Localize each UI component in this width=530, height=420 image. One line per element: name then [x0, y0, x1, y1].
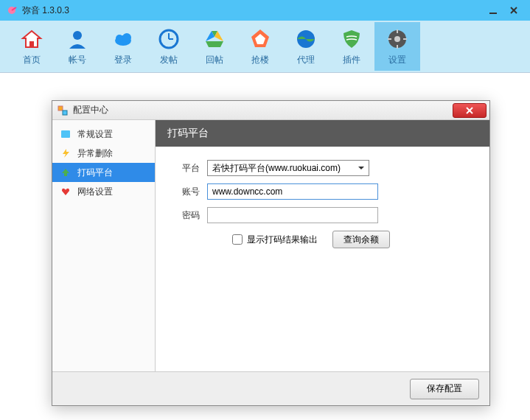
toolbar-label: 抢楼: [251, 54, 269, 66]
sidebar-item-label: 打码平台: [77, 167, 113, 179]
svg-marker-32: [63, 149, 69, 158]
minimize-button[interactable]: [483, 2, 503, 18]
toolbar-label: 代理: [297, 54, 315, 66]
toolbar-home[interactable]: 首页: [9, 22, 55, 71]
svg-marker-33: [62, 169, 69, 176]
account-label: 账号: [173, 186, 200, 198]
gear-icon: [386, 27, 409, 51]
dialog-title: 配置中心: [73, 104, 453, 116]
show-output-label: 显示打码结果输出: [247, 234, 318, 246]
dialog-icon: [57, 105, 69, 116]
password-label: 密码: [173, 209, 200, 222]
sidebar-item-general[interactable]: 常规设置: [52, 125, 155, 144]
svg-rect-5: [29, 41, 34, 47]
sidebar-item-network[interactable]: 网络设置: [52, 182, 155, 201]
sidebar-item-label: 常规设置: [77, 128, 113, 141]
svg-rect-28: [63, 111, 67, 115]
toolbar-label: 回帖: [206, 54, 223, 66]
drive-icon: [203, 27, 226, 51]
dialog-sidebar: 常规设置 异常删除 打码平台 网络设置: [52, 120, 156, 371]
sidebar-item-label: 异常删除: [77, 147, 113, 160]
toolbar-label: 首页: [23, 54, 41, 66]
close-button[interactable]: [503, 2, 524, 18]
password-input[interactable]: [207, 207, 378, 223]
svg-point-22: [394, 36, 400, 42]
svg-marker-17: [206, 41, 223, 47]
cloud-icon: [111, 27, 135, 51]
svg-point-9: [122, 33, 131, 42]
settings-icon: [60, 128, 72, 140]
dialog-close-button[interactable]: [453, 103, 487, 118]
config-dialog: 配置中心 常规设置 异常删除 打码平台 网络设置 打码平台: [52, 100, 490, 406]
app-titlebar: 弥音 1.3.0.3: [0, 0, 530, 21]
platform-label: 平台: [173, 162, 200, 175]
toolbar-label: 帐号: [69, 54, 86, 66]
svg-rect-31: [61, 130, 70, 138]
platform-select[interactable]: 若快打码平台(www.ruokuai.com): [207, 160, 369, 176]
toolbar-label: 登录: [114, 54, 132, 66]
shield-icon: [340, 27, 363, 51]
dialog-footer: 保存配置: [52, 371, 489, 405]
svg-point-8: [116, 35, 123, 42]
sidebar-item-label: 网络设置: [77, 186, 113, 198]
save-config-button[interactable]: 保存配置: [410, 379, 479, 399]
query-balance-button[interactable]: 查询余额: [332, 231, 390, 248]
toolbar-account[interactable]: 帐号: [55, 22, 100, 71]
toolbar-plugin[interactable]: 插件: [329, 22, 374, 71]
arrow-up-icon: [60, 167, 72, 178]
user-icon: [66, 27, 89, 51]
dialog-panel: 打码平台 平台 若快打码平台(www.ruokuai.com) 账号 密码: [156, 120, 489, 371]
svg-rect-27: [58, 106, 63, 111]
toolbar-grab[interactable]: 抢楼: [237, 22, 283, 71]
toolbar-reply[interactable]: 回帖: [192, 22, 237, 71]
heart-icon: [60, 186, 72, 197]
toolbar-label: 发帖: [160, 54, 178, 66]
lightning-icon: [60, 147, 72, 159]
toolbar-post[interactable]: 发帖: [146, 22, 192, 71]
toolbar-proxy[interactable]: 代理: [283, 22, 329, 71]
main-toolbar: 首页 帐号 登录 发帖 回帖 抢楼 代理: [0, 21, 530, 72]
svg-point-6: [73, 31, 82, 40]
grab-icon: [248, 27, 272, 51]
toolbar-label: 插件: [343, 54, 360, 66]
clock-icon: [157, 27, 181, 51]
dialog-titlebar: 配置中心: [52, 101, 489, 120]
panel-title: 打码平台: [156, 120, 489, 147]
platform-value: 若快打码平台(www.ruokuai.com): [212, 162, 341, 175]
app-title: 弥音 1.3.0.3: [22, 4, 483, 17]
toolbar-login[interactable]: 登录: [100, 22, 146, 71]
sidebar-item-captcha[interactable]: 打码平台: [52, 163, 155, 182]
sidebar-item-exception[interactable]: 异常删除: [52, 144, 155, 163]
app-logo-icon: [6, 4, 18, 16]
globe-icon: [294, 27, 318, 51]
show-output-checkbox[interactable]: [232, 234, 243, 245]
home-icon: [20, 27, 43, 51]
toolbar-settings[interactable]: 设置: [374, 22, 420, 71]
toolbar-label: 设置: [388, 54, 406, 66]
account-input[interactable]: [207, 183, 378, 200]
